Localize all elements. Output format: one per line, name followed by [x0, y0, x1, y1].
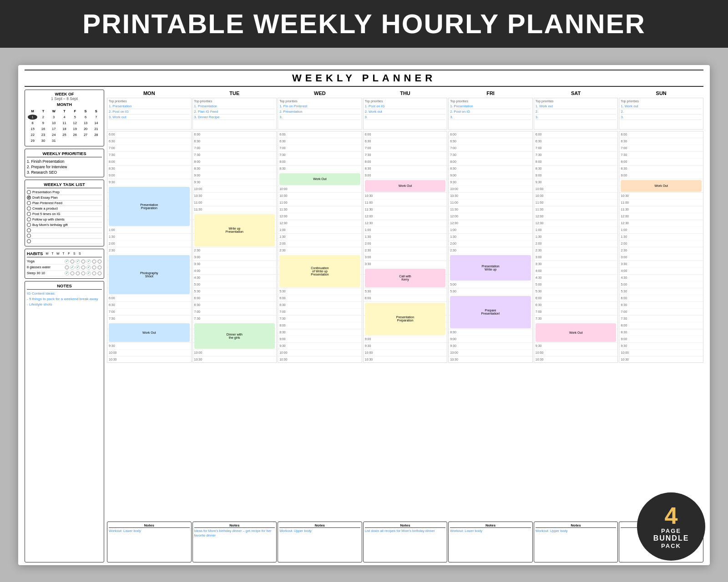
time-slot: 6:00	[619, 295, 703, 302]
task-item: Follow up with clients	[27, 217, 102, 222]
time-slot: 10:30	[364, 356, 447, 363]
event-block: PresentationWrite up	[450, 255, 531, 281]
time-slot: 10:00	[278, 350, 362, 356]
weekly-task-list-title: WEEKLY TASK LIST	[27, 182, 102, 188]
notes-title: NOTES	[27, 283, 102, 290]
page-header: PRINTABLE WEEKLY HOURLY PLANNER	[0, 0, 728, 48]
time-slot: 8:30	[193, 166, 277, 172]
time-slot: 5:30	[193, 288, 277, 295]
time-slot: 3:30	[534, 261, 618, 268]
time-slot: 1:00	[107, 227, 191, 234]
time-slot: 2:30	[193, 247, 277, 254]
notes-box: NOTES IG Content Ideas:- 5 things to pac…	[25, 281, 104, 562]
time-slot: 6:30	[107, 138, 191, 145]
bundle-bundle: BUNDLE	[653, 534, 689, 542]
day-notes-0: NotesWorkout: Lower body	[107, 522, 192, 562]
time-slot: 5:30	[619, 288, 703, 295]
day-header-sun: SUN	[619, 90, 703, 97]
time-slot: 8:30	[364, 166, 447, 172]
time-slot: 7:30	[619, 152, 703, 159]
time-slot: 7:30	[278, 316, 362, 322]
time-slot: 12:30	[449, 220, 532, 227]
time-slot: 6:30	[449, 138, 532, 145]
time-slot: 6:30	[534, 302, 618, 309]
week-of-label: WEEK OF	[27, 92, 102, 96]
time-slot: 6:30	[278, 138, 362, 145]
time-slot: 9:30	[534, 343, 618, 350]
time-slot: 8:00	[364, 159, 447, 166]
time-slot: 7:00	[193, 309, 277, 316]
time-slot: 12:00	[364, 213, 447, 220]
time-slot: 6:30	[107, 302, 191, 309]
time-slot: 7:30	[193, 152, 277, 159]
time-slot: 5:00	[193, 281, 277, 288]
time-slot: 12:30	[278, 220, 362, 227]
event-block: Dinner withthe girls	[194, 323, 275, 349]
time-slot: 6:30	[193, 302, 277, 309]
time-slot: 6:30	[619, 302, 703, 309]
day-schedule-1: 6:006:307:007:308:008:309:009:3010:0010:…	[192, 131, 277, 363]
time-slot: 1:00	[364, 227, 447, 234]
time-slot: 2:00	[278, 241, 362, 247]
day-header-sat: SAT	[534, 90, 618, 97]
bundle-number: 4	[665, 504, 678, 527]
time-slot: 12:00	[278, 213, 362, 220]
time-slot: 2:30	[449, 247, 532, 254]
time-slot: 7:00	[619, 145, 703, 152]
event-block: Continuationof Write upPresentation	[279, 255, 360, 287]
time-slot: 7:00	[278, 309, 362, 316]
event-block: Work Out	[279, 173, 360, 185]
time-slot: 1:30	[278, 234, 362, 241]
time-slot: 10:30	[619, 193, 703, 200]
task-item: ✓Draft Essay Plan	[27, 195, 102, 201]
task-item: Presentation Prep	[27, 190, 102, 195]
time-slot: 10:30	[107, 356, 191, 363]
time-slot: 8:30	[107, 166, 191, 172]
time-slot: 10:00	[619, 350, 703, 356]
time-slot: 4:30	[193, 275, 277, 281]
time-slot: 10:00	[534, 186, 618, 193]
time-slot: 10:30	[449, 193, 532, 200]
time-slot: 3:00	[619, 254, 703, 261]
bundle-page: PAGE	[661, 527, 681, 534]
time-slot: 2:30	[619, 247, 703, 254]
time-slot: 10:30	[364, 193, 447, 200]
time-slot: 8:30	[619, 329, 703, 336]
time-slot: 12:30	[619, 220, 703, 227]
time-slot: 2:30	[107, 247, 191, 254]
time-slot: 6:00	[364, 295, 447, 302]
time-slot: 6:00	[278, 295, 362, 302]
day-priorities-1: Top priorities1. Presentation2. Plan IG …	[192, 98, 277, 130]
day-schedule-4: 6:006:307:007:308:008:309:009:3010:0010:…	[448, 131, 533, 363]
time-slot: 3:30	[364, 261, 447, 268]
day-notes-5: NotesWorkout: Upper body	[534, 522, 618, 562]
time-slot: 10:30	[278, 193, 362, 200]
time-slot: 11:30	[193, 206, 277, 213]
time-slot: 9:00	[619, 172, 703, 179]
day-schedule-5: 6:006:307:007:308:008:309:009:3010:0010:…	[534, 131, 618, 363]
time-slot: 10:00	[534, 350, 618, 356]
time-slot: 3:00	[364, 254, 447, 261]
planner-title: WEEKLY PLANNER	[25, 70, 703, 87]
day-header-thu: THU	[363, 90, 448, 97]
time-slot: 9:30	[534, 179, 618, 186]
time-slot: 12:00	[449, 213, 532, 220]
time-slot: 10:00	[278, 186, 362, 193]
time-slot: 8:00	[449, 159, 532, 166]
time-slot: 1:00	[449, 227, 532, 234]
day-priorities-3: Top priorities1. Post on IG2. Work out3.	[363, 98, 448, 130]
time-slot: 7:00	[364, 145, 447, 152]
time-slot: 8:00	[278, 159, 362, 166]
time-slot: 10:00	[193, 350, 277, 356]
task-item: Post 5 times on IG	[27, 211, 102, 217]
time-slot: 9:00	[107, 172, 191, 179]
time-slot: 11:00	[619, 200, 703, 206]
schedule-area: 6:006:307:007:308:008:309:009:3010:0010:…	[107, 131, 703, 520]
day-schedule-6: 6:006:307:007:308:008:309:009:3010:0010:…	[619, 131, 703, 363]
task-item: Create a product	[27, 206, 102, 211]
time-slot: 6:00	[107, 295, 191, 302]
weekly-priorities-box: WEEKLY PRIORITIES 1. Finish Presentation…	[25, 149, 104, 177]
time-slot: 11:00	[534, 200, 618, 206]
time-slot: 9:30	[449, 179, 532, 186]
time-slot: 9:00	[534, 172, 618, 179]
